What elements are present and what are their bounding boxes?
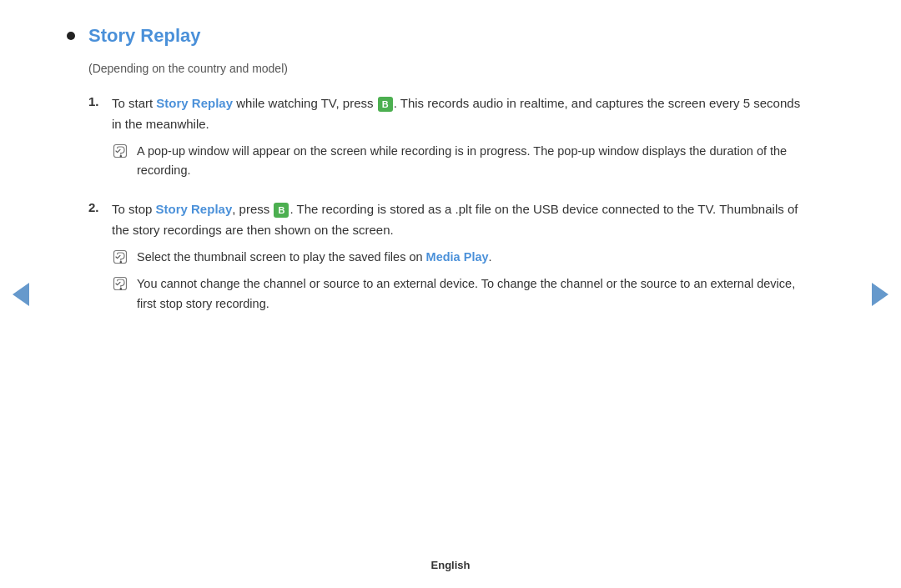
media-play-link: Media Play [426, 250, 489, 264]
right-arrow-icon [872, 283, 888, 306]
item-text-1: To start Story Replay while watching TV,… [112, 93, 801, 135]
svg-point-3 [120, 261, 121, 262]
note-text-2b: You cannot change the channel or source … [137, 274, 801, 314]
note-item-2a: Select the thumbnail screen to play the … [112, 248, 801, 268]
note-item-1: A pop-up window will appear on the scree… [112, 142, 801, 182]
b-button-1: B [378, 97, 393, 112]
page-container: Story Replay (Depending on the country a… [0, 0, 901, 588]
left-arrow-icon [13, 283, 29, 306]
item-content-1: To start Story Replay while watching TV,… [112, 93, 801, 186]
section-title: Story Replay [88, 25, 201, 47]
footer: English [0, 559, 901, 571]
footer-language: English [431, 559, 471, 571]
note-text-1: A pop-up window will appear on the scree… [137, 142, 801, 182]
story-replay-link-1: Story Replay [156, 96, 233, 110]
item-content-2: To stop Story Replay, press B. The recor… [112, 199, 801, 319]
svg-point-1 [120, 155, 121, 156]
note-text-2a: Select the thumbnail screen to play the … [137, 248, 492, 268]
b-button-2: B [274, 203, 289, 218]
svg-point-5 [120, 288, 121, 289]
section-header: Story Replay [67, 25, 801, 47]
nav-arrow-right[interactable] [868, 278, 893, 311]
note-icon-1 [112, 143, 130, 161]
note-item-2b: You cannot change the channel or source … [112, 274, 801, 314]
story-replay-link-2: Story Replay [156, 202, 233, 216]
list-item: 1. To start Story Replay while watching … [88, 93, 801, 186]
note-icon-2b [112, 275, 130, 294]
item-number-1: 1. [88, 93, 112, 186]
item-number-2: 2. [88, 199, 112, 319]
nav-arrow-left[interactable] [8, 278, 33, 311]
subtitle: (Depending on the country and model) [88, 62, 801, 75]
list-item-2: 2. To stop Story Replay, press B. The re… [88, 199, 801, 319]
content-area: 1. To start Story Replay while watching … [88, 93, 801, 319]
item-text-2: To stop Story Replay, press B. The recor… [112, 199, 801, 241]
note-icon-2a [112, 249, 130, 267]
bullet-dot [67, 32, 75, 40]
